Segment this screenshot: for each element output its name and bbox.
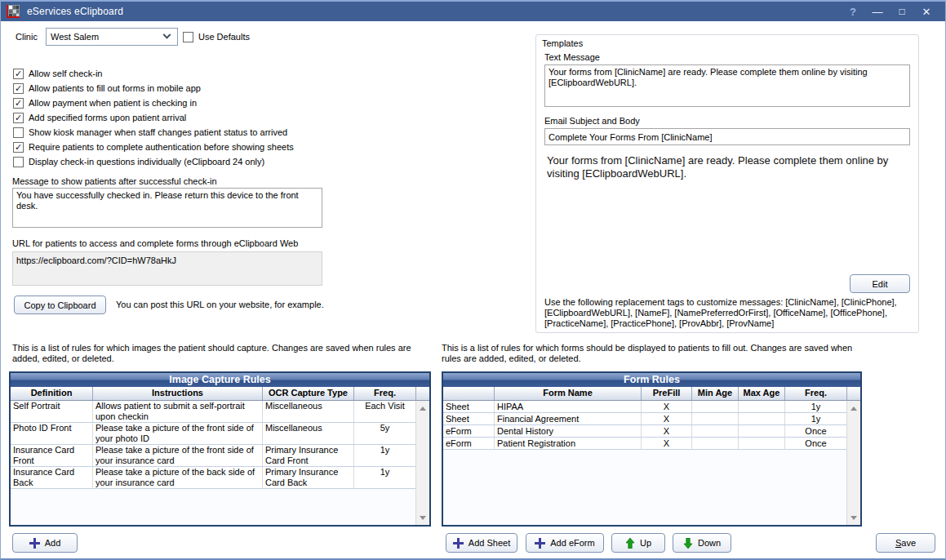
table-cell: Insurance Card Front xyxy=(11,445,92,466)
table-cell: Financial Agreement xyxy=(494,413,641,424)
email-subject-field[interactable] xyxy=(544,128,910,145)
table-cell xyxy=(738,438,784,449)
table-cell: Miscellaneous xyxy=(262,401,353,422)
table-row[interactable]: Self PortraitAllows patient to submit a … xyxy=(11,401,415,423)
checkbox-label: Allow payment when patient is checking i… xyxy=(29,98,197,108)
text-message-label: Text Message xyxy=(544,52,600,62)
checked-checkbox[interactable]: ✓ xyxy=(13,69,24,79)
maximize-button[interactable]: □ xyxy=(890,6,914,17)
checkbox-label: Add specified forms upon patient arrival xyxy=(29,113,186,122)
option-checkbox-row[interactable]: ✓Allow payment when patient is checking … xyxy=(13,96,197,109)
form-rules-scrollbar[interactable] xyxy=(846,401,860,525)
arrow-up-icon xyxy=(625,538,635,549)
up-button-label: Up xyxy=(640,538,651,548)
app-icon[interactable] xyxy=(7,5,20,18)
checkin-message-label: Message to show patients after successfu… xyxy=(12,176,217,186)
table-cell xyxy=(738,425,784,437)
table-cell: Allows patient to submit a self-portrait… xyxy=(92,401,262,422)
table-row[interactable]: eFormDental HistoryXOnce xyxy=(443,425,846,438)
checked-checkbox[interactable]: ✓ xyxy=(13,113,24,123)
table-cell: 1y xyxy=(784,401,846,412)
add-image-rule-button[interactable]: Add xyxy=(12,533,78,553)
option-checkbox-row[interactable]: Display check-in questions individually … xyxy=(13,155,264,168)
edit-templates-button[interactable]: Edit xyxy=(850,274,910,293)
table-cell: X xyxy=(641,413,691,424)
table-row[interactable]: Insurance Card FrontPlease take a pictur… xyxy=(11,445,415,467)
checkin-message-input[interactable]: You have successfully checked in. Please… xyxy=(12,188,322,228)
checked-checkbox[interactable]: ✓ xyxy=(13,98,24,109)
table-row[interactable]: SheetHIPAAX1y xyxy=(443,401,846,413)
use-defaults-checkbox[interactable] xyxy=(183,32,193,42)
table-cell: Please take a picture of the front side … xyxy=(92,423,262,444)
checkbox-label: Show kiosk manager when staff changes pa… xyxy=(29,127,287,137)
table-cell: 1y xyxy=(784,413,846,424)
table-cell: Primary Insurance Card Back xyxy=(262,467,353,488)
url-hint-text: You can post this URL on your website, f… xyxy=(116,300,324,309)
add-eform-label: Add eForm xyxy=(550,538,594,548)
copy-to-clipboard-label: Copy to Clipboard xyxy=(24,300,95,310)
text-message-template-field[interactable]: Your forms from [ClinicName] are ready. … xyxy=(544,64,910,107)
image-capture-rules-table: Image Capture Rules DefinitionInstructio… xyxy=(9,371,431,527)
checkbox-label: Allow patients to fill out forms in mobi… xyxy=(29,83,201,93)
window-title: eServices eClipboard xyxy=(27,6,123,17)
table-cell: Each Visit xyxy=(353,401,415,422)
table-row[interactable]: Insurance Card BackPlease take a picture… xyxy=(11,467,415,489)
table-row[interactable]: eFormPatient RegistrationXOnce xyxy=(443,438,846,450)
title-bar[interactable]: eServices eClipboard ? — □ ✕ xyxy=(1,0,945,21)
image-rules-description: This is a list of rules for which images… xyxy=(12,343,433,364)
move-up-button[interactable]: Up xyxy=(611,533,665,553)
table-cell: Please take a picture of the front side … xyxy=(92,445,262,466)
use-defaults-checkbox-row[interactable]: Use Defaults xyxy=(183,30,250,43)
table-cell: X xyxy=(641,401,691,412)
option-checkbox-row[interactable]: ✓Require patients to complete authentica… xyxy=(13,140,294,153)
checked-checkbox[interactable]: ✓ xyxy=(13,142,24,153)
replacement-tags-note: Use the following replacement tags to cu… xyxy=(544,297,913,329)
unchecked-checkbox[interactable] xyxy=(13,127,24,138)
option-checkbox-row[interactable]: ✓Allow self check-in xyxy=(13,67,102,80)
column-header: Instructions xyxy=(92,387,262,400)
table-cell xyxy=(691,401,738,412)
add-button-label: Add xyxy=(45,538,61,548)
table-row[interactable]: SheetFinancial AgreementX1y xyxy=(443,413,846,425)
option-checkbox-row[interactable]: ✓Add specified forms upon patient arriva… xyxy=(13,111,186,124)
table-cell xyxy=(738,413,784,424)
form-rules-description: This is a list of rules for which forms … xyxy=(442,343,859,364)
table-cell: Self Portrait xyxy=(11,401,92,422)
table-cell: 5y xyxy=(353,423,415,444)
scroll-up-icon[interactable] xyxy=(847,402,860,415)
form-rules-table-body: SheetHIPAAX1ySheetFinancial AgreementX1y… xyxy=(443,401,860,525)
url-label: URL for patients to access and complete … xyxy=(12,238,298,248)
table-cell: 1y xyxy=(353,445,415,466)
scroll-down-icon[interactable] xyxy=(847,511,860,524)
table-cell: Dental History xyxy=(494,425,641,437)
add-sheet-button[interactable]: Add Sheet xyxy=(446,533,517,553)
table-cell: 1y xyxy=(353,467,415,488)
help-button[interactable]: ? xyxy=(841,6,865,18)
clinic-select[interactable]: West Salem xyxy=(46,28,178,46)
unchecked-checkbox[interactable] xyxy=(13,157,24,167)
header-filler xyxy=(846,387,860,400)
move-down-button[interactable]: Down xyxy=(673,533,731,553)
option-checkbox-row[interactable]: Show kiosk manager when staff changes pa… xyxy=(13,126,287,139)
scroll-down-icon[interactable] xyxy=(416,511,429,524)
eclipboard-url-field[interactable]: https://eclipboard.com/?CID=hW78aHkJ xyxy=(12,251,322,286)
close-button[interactable]: ✕ xyxy=(914,6,939,18)
image-rules-scrollbar[interactable] xyxy=(415,401,429,525)
down-button-label: Down xyxy=(698,538,721,548)
scroll-up-icon[interactable] xyxy=(416,402,429,415)
form-rules-rows: SheetHIPAAX1ySheetFinancial AgreementX1y… xyxy=(443,401,846,450)
minimize-button[interactable]: — xyxy=(865,6,890,18)
column-header: OCR Capture Type xyxy=(262,387,353,400)
table-row[interactable]: Photo ID FrontPlease take a picture of t… xyxy=(11,423,415,445)
table-cell: eForm xyxy=(443,438,494,449)
table-cell: Sheet xyxy=(443,401,494,412)
checked-checkbox[interactable]: ✓ xyxy=(13,83,24,94)
copy-to-clipboard-button[interactable]: Copy to Clipboard xyxy=(14,296,106,314)
save-button[interactable]: Save xyxy=(876,533,935,553)
option-checkbox-row[interactable]: ✓Allow patients to fill out forms in mob… xyxy=(13,82,201,95)
table-cell: Miscellaneous xyxy=(262,423,353,444)
clinic-label: Clinic xyxy=(16,32,38,42)
add-sheet-label: Add Sheet xyxy=(469,538,510,548)
add-eform-button[interactable]: Add eForm xyxy=(526,533,604,553)
checkbox-label: Require patients to complete authenticat… xyxy=(29,142,294,152)
